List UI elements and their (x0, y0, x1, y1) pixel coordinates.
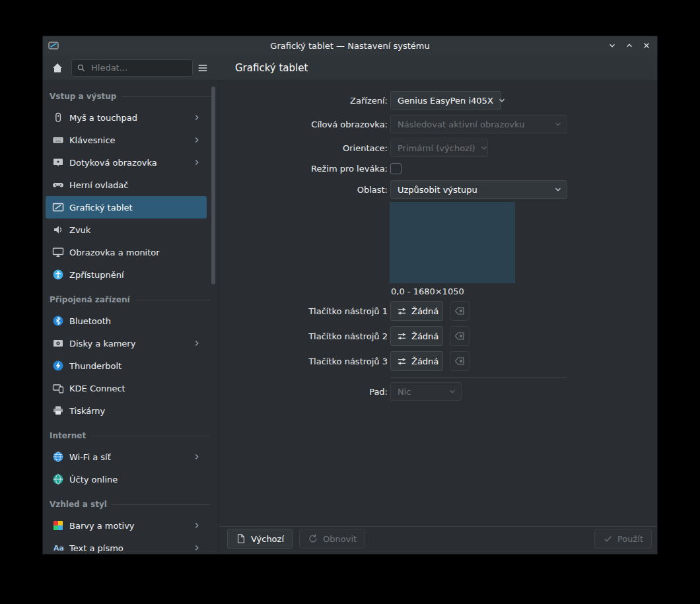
window-controls (607, 40, 652, 51)
target-display-label: Cílová obrazovka: (219, 119, 388, 129)
sidebar-item-accessibility[interactable]: Zpřístupnění (46, 263, 207, 286)
chevron-down-icon (479, 143, 489, 152)
search-input[interactable] (90, 62, 188, 73)
sidebar: Vstup a výstup Myš a touchpad Klávesnice… (43, 81, 219, 554)
sidebar-item-colors-themes[interactable]: Barvy a motivy (46, 514, 207, 537)
sidebar-item-wifi-network[interactable]: Wi-Fi a síť (46, 446, 207, 468)
selected-value: Primární (výchozí) (398, 143, 475, 153)
window-body: Vstup a výstup Myš a touchpad Klávesnice… (43, 81, 657, 554)
sidebar-item-label: KDE Connect (69, 384, 125, 393)
menu-button[interactable] (194, 59, 211, 77)
sidebar-item-graphics-tablet[interactable]: Grafický tablet (46, 196, 207, 218)
sidebar-section-header: Vzhled a styl (50, 497, 211, 512)
tool-button-3-clear (450, 351, 470, 371)
area-label: Oblast: (219, 185, 388, 195)
pad-label: Pad: (219, 387, 388, 397)
sidebar-item-keyboard[interactable]: Klávesnice (46, 129, 207, 151)
configure-icon (397, 331, 407, 341)
document-revert-icon (236, 533, 246, 544)
section-label: Připojená zařízení (50, 295, 130, 304)
accessibility-icon (52, 269, 64, 281)
sidebar-item-online-accounts[interactable]: Účty online (46, 468, 207, 490)
sidebar-item-label: Barvy a motivy (69, 521, 135, 531)
chevron-right-icon (192, 543, 201, 553)
close-button[interactable] (641, 40, 652, 51)
tool-button-1-label: Tlačítko nástrojů 1 (219, 306, 388, 316)
configure-icon (397, 356, 407, 366)
sidebar-item-label: Disky a kamery (69, 339, 135, 349)
chevron-right-icon (192, 113, 201, 122)
sidebar-item-label: Klávesnice (69, 135, 116, 145)
printer-icon (52, 405, 64, 417)
check-icon (603, 534, 613, 544)
titlebar[interactable]: Grafický tablet — Nastavení systému (43, 36, 657, 55)
chevron-down-icon (553, 119, 563, 129)
section-label: Vzhled a styl (50, 500, 107, 509)
sidebar-item-text-fonts[interactable]: Aa Text a písmo (46, 537, 207, 554)
tool-button-2-binding[interactable]: Žádná (390, 326, 443, 346)
tool-button-3-label: Tlačítko nástrojů 3 (219, 356, 388, 366)
svg-text:Aa: Aa (53, 544, 64, 553)
search-icon (77, 63, 86, 73)
tool-button-2-label: Tlačítko nástrojů 2 (219, 331, 388, 341)
selected-value: Genius EasyPen i405X (398, 96, 493, 106)
sidebar-item-label: Text a písmo (69, 543, 123, 553)
sidebar-item-game-controller[interactable]: Herní ovladač (46, 174, 207, 196)
sidebar-item-label: Grafický tablet (69, 203, 133, 213)
window-title: Grafický tablet — Nastavení systému (270, 41, 429, 51)
chevron-right-icon (192, 452, 201, 461)
sidebar-item-printers[interactable]: Tiskárny (46, 399, 207, 422)
tool-button-3-binding[interactable]: Žádná (390, 351, 443, 371)
tool-button-1-binding[interactable]: Žádná (390, 301, 443, 321)
backspace-icon (454, 356, 465, 366)
sidebar-section-header: Připojená zařízení (50, 292, 211, 307)
separator (219, 526, 657, 527)
area-geometry-text: 0,0 - 1680×1050 (391, 286, 464, 296)
minimize-button[interactable] (607, 40, 617, 51)
sidebar-item-display-monitor[interactable]: Obrazovka a monitor (46, 241, 207, 263)
sidebar-item-touchscreen[interactable]: Dotyková obrazovka (46, 151, 207, 174)
hamburger-icon (197, 62, 209, 74)
maximize-button[interactable] (624, 40, 635, 51)
orientation-select: Primární (výchozí) (390, 139, 488, 157)
chevron-right-icon (192, 521, 201, 530)
tablet-icon (52, 201, 64, 213)
area-select[interactable]: Uzpůsobit výstupu (390, 180, 567, 199)
sidebar-item-bluetooth[interactable]: Bluetooth (46, 310, 207, 332)
system-settings-window: Grafický tablet — Nastavení systému (42, 36, 658, 554)
sound-icon (52, 224, 64, 236)
left-handed-checkbox[interactable] (390, 163, 402, 174)
bluetooth-icon (52, 315, 64, 327)
mouse-icon (52, 112, 64, 123)
search-field[interactable] (71, 59, 193, 77)
sidebar-item-label: Herní ovladač (69, 180, 128, 190)
thunderbolt-icon (52, 360, 64, 372)
sidebar-item-label: Tiskárny (69, 406, 105, 416)
sidebar-item-sound[interactable]: Zvuk (46, 218, 207, 241)
backspace-icon (454, 306, 465, 316)
defaults-button[interactable]: Výchozí (227, 529, 293, 549)
backspace-icon (454, 331, 465, 341)
keyboard-icon (52, 134, 64, 146)
section-label: Internet (50, 431, 86, 440)
home-button[interactable] (49, 59, 66, 77)
sidebar-scrollbar[interactable] (211, 86, 215, 285)
wifi-network-icon (52, 451, 64, 463)
button-label: Výchozí (251, 534, 284, 544)
sidebar-item-label: Wi-Fi a síť (69, 452, 111, 462)
binding-value: Žádná (411, 331, 438, 341)
sidebar-item-mouse-touchpad[interactable]: Myš a touchpad (46, 106, 207, 129)
sidebar-section-header: Vstup a výstup (50, 89, 211, 104)
app-icon (48, 40, 59, 51)
sidebar-item-disks-cameras[interactable]: Disky a kamery (46, 332, 207, 354)
binding-value: Žádná (411, 306, 438, 316)
monitor-icon (52, 246, 64, 258)
device-label: Zařízení: (219, 96, 388, 106)
selected-value: Následovat aktivní obrazovku (398, 119, 524, 129)
sidebar-item-kde-connect[interactable]: KDE Connect (46, 377, 207, 399)
sidebar-item-label: Dotyková obrazovka (69, 158, 157, 168)
gamepad-icon (52, 179, 64, 191)
topbar: Grafický tablet (43, 55, 657, 81)
device-select[interactable]: Genius EasyPen i405X (390, 91, 501, 110)
sidebar-item-thunderbolt[interactable]: Thunderbolt (46, 354, 207, 377)
